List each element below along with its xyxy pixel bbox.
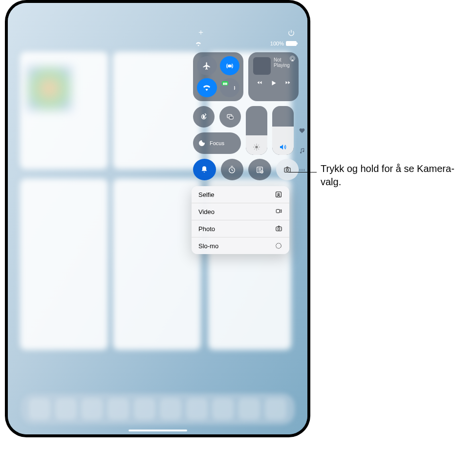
forward-button[interactable] — [284, 80, 292, 86]
menu-item-slomo[interactable]: Slo-mo — [192, 237, 289, 254]
ipad-device-frame: ＋ 100% — [5, 0, 310, 437]
dock-app[interactable] — [265, 398, 286, 420]
now-playing-tile[interactable]: Not Playing — [248, 52, 299, 101]
play-button[interactable] — [270, 80, 277, 86]
photo-icon — [275, 225, 282, 233]
svg-point-11 — [286, 169, 288, 172]
ipad-screen: ＋ 100% — [8, 3, 307, 434]
top-control-row: ＋ — [193, 27, 299, 38]
svg-point-2 — [291, 57, 294, 60]
selfie-icon — [275, 191, 282, 198]
menu-item-photo[interactable]: Photo — [192, 220, 289, 237]
status-bar: 100% — [193, 41, 299, 46]
dock-app[interactable] — [160, 398, 181, 420]
timer-button[interactable] — [221, 159, 244, 180]
svg-point-13 — [278, 193, 279, 195]
screen-mirroring-button[interactable] — [219, 106, 241, 128]
camera-button[interactable] — [276, 159, 299, 180]
focus-button[interactable]: Focus — [193, 132, 241, 154]
dock-app[interactable] — [212, 398, 234, 420]
control-center: ＋ 100% — [193, 27, 299, 180]
brightness-slider[interactable] — [246, 106, 267, 155]
focus-label: Focus — [210, 140, 224, 146]
menu-item-video[interactable]: Video — [192, 203, 289, 220]
background-window — [113, 52, 201, 169]
wifi-status-icon — [195, 41, 202, 46]
slomo-icon — [275, 242, 282, 250]
connectivity-tile[interactable]: ▮▮▮ — [193, 52, 243, 101]
brightness-icon — [253, 143, 260, 151]
background-window-content — [27, 66, 71, 110]
volume-icon — [279, 143, 287, 151]
background-window — [113, 179, 201, 350]
media-controls — [253, 80, 294, 86]
svg-point-6 — [255, 146, 258, 148]
battery-icon — [286, 41, 297, 46]
menu-item-selfie[interactable]: Selfie — [192, 186, 289, 203]
svg-rect-5 — [229, 116, 233, 119]
volume-slider[interactable] — [272, 106, 294, 155]
quick-note-button[interactable] — [248, 159, 271, 180]
svg-rect-3 — [203, 116, 205, 118]
heart-icon[interactable] — [299, 128, 305, 134]
home-indicator[interactable] — [129, 430, 187, 431]
album-art-placeholder — [253, 57, 271, 75]
dock-app[interactable] — [238, 398, 260, 420]
dock-app[interactable] — [108, 398, 129, 420]
battery-status: 100% — [270, 41, 297, 46]
dock-app[interactable] — [29, 398, 50, 420]
callout-line — [288, 172, 317, 172]
menu-label: Video — [198, 208, 215, 215]
menu-label: Selfie — [198, 191, 215, 198]
cellular-bluetooth-button[interactable]: ▮▮▮ — [220, 78, 240, 97]
background-window — [20, 179, 108, 350]
svg-rect-12 — [276, 192, 281, 197]
silent-mode-button[interactable] — [193, 159, 216, 180]
airdrop-button[interactable] — [220, 56, 240, 75]
dock — [21, 393, 295, 425]
svg-point-0 — [229, 64, 231, 67]
wifi-button[interactable] — [197, 78, 217, 97]
orientation-lock-button[interactable] — [193, 106, 215, 128]
dock-app[interactable] — [55, 398, 77, 420]
svg-rect-14 — [276, 210, 280, 213]
moon-icon — [198, 139, 206, 147]
menu-label: Photo — [198, 225, 215, 233]
svg-point-16 — [278, 228, 280, 230]
music-note-icon[interactable] — [299, 147, 305, 154]
battery-percent-text: 100% — [270, 41, 284, 46]
camera-options-menu: Selfie Video Photo Slo-mo — [192, 186, 289, 254]
rewind-button[interactable] — [256, 80, 263, 86]
menu-label: Slo-mo — [198, 242, 218, 250]
dock-app[interactable] — [134, 398, 155, 420]
airplay-icon[interactable] — [289, 55, 296, 62]
dock-app[interactable] — [186, 398, 208, 420]
callout-text: Trykk og hold for å se Kamera-valg. — [321, 162, 457, 189]
svg-rect-15 — [276, 227, 281, 231]
airplane-mode-button[interactable] — [197, 56, 217, 75]
power-icon[interactable] — [288, 29, 295, 36]
side-panel-icons — [299, 128, 305, 173]
add-control-icon[interactable]: ＋ — [197, 27, 205, 38]
svg-point-17 — [276, 243, 281, 249]
dock-app[interactable] — [81, 398, 103, 420]
video-icon — [275, 208, 282, 215]
